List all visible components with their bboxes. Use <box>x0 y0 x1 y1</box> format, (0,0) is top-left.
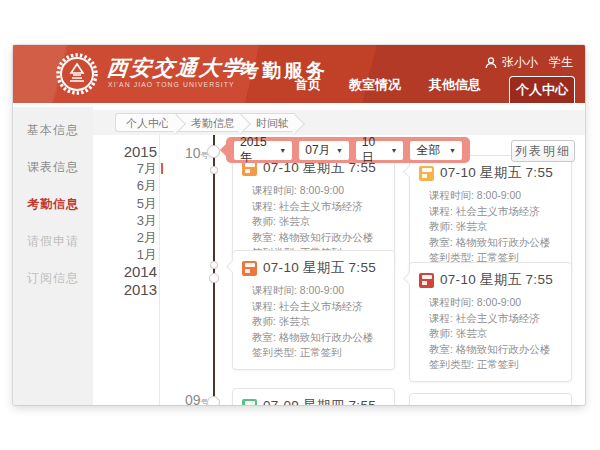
rail-divider <box>159 135 160 405</box>
calendar-icon <box>419 273 434 288</box>
rail-year[interactable]: 2013 <box>105 281 157 298</box>
attendance-card-partial: 07-09 星期四 7:55 <box>232 388 395 405</box>
timeline-day-10: 10号 <box>185 145 209 161</box>
card-field-course: 课程: 社会主义市场经济 <box>252 299 385 315</box>
attendance-card: 07-10 星期五 7:55 课程时间: 8:00-9:00 课程: 社会主义市… <box>409 155 572 275</box>
calendar-icon <box>419 166 434 181</box>
attendance-card: 07-10 星期五 7:55 课程时间: 8:00-9:00 课程: 社会主义市… <box>409 262 572 382</box>
breadcrumb-attendance[interactable]: 考勤信息 <box>176 113 241 132</box>
current-month-marker <box>161 163 163 174</box>
sidebar-item-leave-request[interactable]: 请假申请 <box>13 227 93 255</box>
rail-year[interactable]: 2015 <box>105 143 157 160</box>
card-field-course: 课程: 社会主义市场经济 <box>429 204 562 220</box>
nav-home[interactable]: 首页 <box>295 76 321 103</box>
card-field-room: 教室: 格物致知行政办公楼 <box>252 330 385 346</box>
breadcrumb: 个人中心 考勤信息 时间轴 <box>115 113 295 132</box>
main-nav: 首页 教室情况 其他信息 个人中心 <box>295 76 575 103</box>
user-name: 张小小 <box>502 54 538 71</box>
user-icon <box>485 57 497 69</box>
card-date: 07-10 星期五 7:55 <box>440 271 553 289</box>
nav-personal-center-active[interactable]: 个人中心 <box>509 76 575 103</box>
nav-classrooms[interactable]: 教室情况 <box>349 76 401 103</box>
timeline-node-day10 <box>207 145 220 158</box>
user-role: 学生 <box>549 54 573 71</box>
card-field-course: 课程: 社会主义市场经济 <box>252 199 385 215</box>
calendar-icon <box>242 399 257 406</box>
card-field-time: 课程时间: 8:00-9:00 <box>252 183 385 199</box>
user-account[interactable]: 张小小 学生 <box>485 54 573 71</box>
attendance-card-partial <box>409 393 572 405</box>
card-date: 07-09 星期四 7:55 <box>263 397 376 405</box>
day-select[interactable]: 10日 ▼ <box>356 141 404 160</box>
rail-month[interactable]: 5月 <box>105 195 157 212</box>
card-field-room: 教室: 格物致知行政办公楼 <box>429 235 562 251</box>
chevron-down-icon: ▼ <box>279 147 286 154</box>
card-field-teacher: 教师: 张芸京 <box>252 314 385 330</box>
header-banner: 西安交通大学 XI'AN JIAO TONG UNIVERSITY 考勤服务 张… <box>13 45 585 103</box>
sidebar-item-schedule[interactable]: 课表信息 <box>13 153 93 181</box>
rail-month[interactable]: 2月 <box>105 229 157 246</box>
year-select[interactable]: 2015年 ▼ <box>234 141 292 160</box>
timeline-node <box>210 166 218 174</box>
breadcrumb-bar: 个人中心 考勤信息 时间轴 <box>93 110 585 135</box>
sidebar-item-attendance-active[interactable]: 考勤信息 <box>13 190 93 218</box>
university-name-en: XI'AN JIAO TONG UNIVERSITY <box>108 81 235 88</box>
card-field-room: 教室: 格物致知行政办公楼 <box>252 230 385 246</box>
breadcrumb-personal-center[interactable]: 个人中心 <box>115 113 176 132</box>
card-date: 07-10 星期五 7:55 <box>440 164 553 182</box>
timeline-node-day09 <box>207 396 220 405</box>
chevron-down-icon: ▼ <box>449 147 456 154</box>
rail-month[interactable]: 1月 <box>105 246 157 263</box>
card-field-teacher: 教师: 张芸京 <box>429 219 562 235</box>
scope-select[interactable]: 全部 ▼ <box>410 141 462 160</box>
app-window: 西安交通大学 XI'AN JIAO TONG UNIVERSITY 考勤服务 张… <box>13 45 585 405</box>
chevron-down-icon: ▼ <box>336 147 343 154</box>
timeline-node <box>209 273 219 283</box>
university-name-zh: 西安交通大学 <box>106 54 246 82</box>
card-field-time: 课程时间: 8:00-9:00 <box>252 283 385 299</box>
university-logo-icon <box>55 52 99 96</box>
attendance-card: 07-10 星期五 7:55 课程时间: 8:00-9:00 课程: 社会主义市… <box>232 250 395 370</box>
card-field-teacher: 教师: 张芸京 <box>252 214 385 230</box>
card-field-time: 课程时间: 8:00-9:00 <box>429 295 562 311</box>
rail-month[interactable]: 3月 <box>105 212 157 229</box>
card-field-signin-type: 签到类型: 正常签到 <box>429 357 562 373</box>
rail-month-current[interactable]: 7月 <box>105 160 157 177</box>
calendar-icon <box>242 261 257 276</box>
rail-month[interactable]: 6月 <box>105 177 157 194</box>
card-field-course: 课程: 社会主义市场经济 <box>429 311 562 327</box>
sidebar-item-subscription[interactable]: 订阅信息 <box>13 264 93 292</box>
timeline-day-09: 09号 <box>185 392 209 405</box>
sidebar: 基本信息 课表信息 考勤信息 请假申请 订阅信息 <box>13 107 93 405</box>
page: 西安交通大学 XI'AN JIAO TONG UNIVERSITY 考勤服务 张… <box>0 0 600 450</box>
timeline-axis <box>213 135 215 405</box>
nav-other-info[interactable]: 其他信息 <box>429 76 481 103</box>
month-select[interactable]: 07月 ▼ <box>299 141 349 160</box>
rail-year[interactable]: 2014 <box>105 263 157 280</box>
filter-bar: 2015年 ▼ 07月 ▼ 10日 ▼ 全部 ▼ <box>226 137 470 163</box>
list-detail-button[interactable]: 列表明细 <box>511 140 575 162</box>
timeline-month-rail: 2015 7月 6月 5月 3月 2月 1月 2014 2013 <box>105 143 157 298</box>
chevron-down-icon: ▼ <box>391 147 398 154</box>
card-date: 07-10 星期五 7:55 <box>263 259 376 277</box>
card-field-teacher: 教师: 张芸京 <box>429 326 562 342</box>
card-field-room: 教室: 格物致知行政办公楼 <box>429 342 562 358</box>
card-field-signin-type: 签到类型: 正常签到 <box>252 345 385 361</box>
sidebar-item-basic-info[interactable]: 基本信息 <box>13 116 93 144</box>
card-field-time: 课程时间: 8:00-9:00 <box>429 188 562 204</box>
timeline-node <box>210 261 218 269</box>
